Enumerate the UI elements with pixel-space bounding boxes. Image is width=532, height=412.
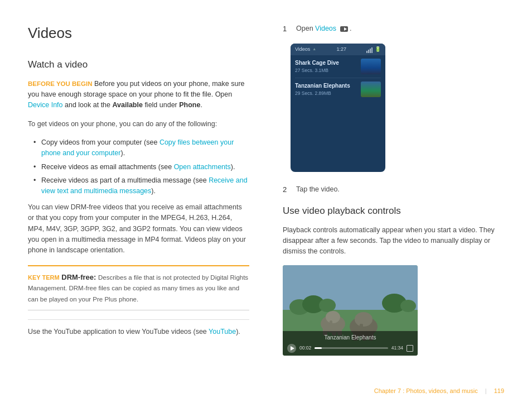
bullet-list: Copy videos from your computer (see Copy… xyxy=(33,137,249,197)
step-2-text: Tap the video. xyxy=(296,183,340,195)
drm-body-text: You can view DRM-free videos that you re… xyxy=(28,202,249,256)
total-time: 41:34 xyxy=(391,344,403,352)
shark-thumb-image xyxy=(361,59,381,74)
available-label: Available xyxy=(112,101,142,109)
fullscreen-button[interactable] xyxy=(407,345,413,352)
phone-topbar-left: Videos ▲ xyxy=(295,46,316,54)
list-item: Copy videos from your computer (see Copy… xyxy=(33,137,249,159)
svg-point-17 xyxy=(355,312,373,327)
video-1-meta: 27 Secs. 3.1MB xyxy=(295,67,361,74)
divider xyxy=(28,319,249,320)
bullet-text-2: Receive videos as email attachments (see xyxy=(41,163,174,171)
phone-time: 1:27 xyxy=(336,46,346,54)
progress-bar[interactable] xyxy=(315,347,388,349)
right-column: 1 Open Videos . Videos ▲ 1:27 xyxy=(272,22,504,372)
video-1-title: Shark Cage Dive xyxy=(295,59,361,67)
key-term-label: KEY TERM xyxy=(28,274,60,281)
before-end: field under xyxy=(143,101,179,109)
player-caption: Tanzanian Elephants xyxy=(287,333,413,342)
step-1-prefix: Open xyxy=(296,25,315,32)
step-1-period: . xyxy=(350,25,351,32)
open-attachments-link[interactable]: Open attachments xyxy=(174,163,231,171)
player-overlay: Tanzanian Elephants 00:02 41:34 xyxy=(283,331,418,356)
footer-rest: s, and music xyxy=(443,387,478,394)
youtube-end: ). xyxy=(236,328,240,336)
playback-description: Playback controls automatically appear w… xyxy=(283,225,504,257)
page-title: Videos xyxy=(28,22,249,44)
video-2-title: Tanzanian Elephants xyxy=(295,82,361,90)
before-dot: . xyxy=(200,101,202,109)
left-column: Videos Watch a video BEFORE YOU BEGIN Be… xyxy=(28,22,249,372)
video-2-meta: 29 Secs. 2.89MB xyxy=(295,90,361,97)
video-1-info: Shark Cage Dive 27 Secs. 3.1MB xyxy=(295,59,361,74)
before-you-begin-label: BEFORE YOU BEGIN xyxy=(28,80,92,87)
page-number: 119 xyxy=(494,387,504,394)
before-mid: and look at the xyxy=(63,101,113,109)
phone-videos-label: Videos xyxy=(295,46,310,54)
page-footer: Chapter 7 : Photos, videos, and music | … xyxy=(28,383,504,396)
phone-body: Shark Cage Dive 27 Secs. 3.1MB Tanzanian… xyxy=(291,55,385,107)
before-you-begin-block: BEFORE YOU BEGIN Before you put videos o… xyxy=(28,79,249,111)
svg-point-11 xyxy=(326,311,340,323)
youtube-prefix: Use the YouTube application to view YouT… xyxy=(28,328,209,336)
step-1-text: Open Videos . xyxy=(296,22,352,34)
video-2-thumbnail xyxy=(361,82,381,97)
svg-point-6 xyxy=(400,300,416,312)
youtube-text: Use the YouTube application to view YouT… xyxy=(28,327,249,337)
video-player: Tanzanian Elephants 00:02 41:34 xyxy=(283,265,418,356)
key-term-box: KEY TERM DRM-free: Describes a file that… xyxy=(28,265,249,311)
list-item: Receive videos as part of a multimedia m… xyxy=(33,175,249,197)
wifi-icon: ▲ xyxy=(312,46,316,52)
play-button[interactable] xyxy=(287,344,296,353)
youtube-link[interactable]: YouTube xyxy=(209,328,236,336)
bullet-end-1: ). xyxy=(120,149,125,157)
device-info-link[interactable]: Device Info xyxy=(28,101,63,109)
step-2-row: 2 Tap the video. xyxy=(283,183,504,195)
svg-rect-12 xyxy=(330,320,332,327)
bar2 xyxy=(368,50,369,53)
play-icon xyxy=(291,346,294,351)
video-item-2: Tanzanian Elephants 29 Secs. 2.89MB xyxy=(295,82,381,100)
video-2-info: Tanzanian Elephants 29 Secs. 2.89MB xyxy=(295,82,361,97)
page: Videos Watch a video BEFORE YOU BEGIN Be… xyxy=(0,0,532,412)
step-1-number: 1 xyxy=(283,22,291,35)
bar4 xyxy=(371,47,373,53)
intro-text: To get videos on your phone, you can do … xyxy=(28,119,249,130)
bullet-text-3: Receive videos as part of a multimedia m… xyxy=(41,176,209,184)
phone-screenshot: Videos ▲ 1:27 🔋 xyxy=(291,44,385,172)
bar1 xyxy=(366,51,367,53)
signal-bars: 🔋 xyxy=(366,46,381,54)
list-item: Receive videos as email attachments (see… xyxy=(33,162,249,173)
step-1-row: 1 Open Videos . xyxy=(283,22,504,35)
progress-bar-fill xyxy=(315,347,322,349)
step-2-number: 2 xyxy=(283,183,291,195)
bullet-text-1: Copy videos from your computer (see xyxy=(41,138,159,146)
bullet-end-2: ). xyxy=(231,163,235,171)
use-video-playback-heading: Use video playback controls xyxy=(283,204,504,218)
bullet-end-3: ). xyxy=(151,187,156,195)
svg-rect-18 xyxy=(360,324,363,332)
battery-icon: 🔋 xyxy=(375,46,381,54)
svg-point-4 xyxy=(319,299,336,312)
key-term-bold: DRM-free: xyxy=(61,273,96,281)
footer-chapter: Chapter 7 : Photos, vide xyxy=(374,387,440,394)
video-item-1: Shark Cage Dive 27 Secs. 3.1MB xyxy=(295,59,381,78)
elephant-thumb-image xyxy=(361,82,381,97)
videos-open-link[interactable]: Videos xyxy=(315,25,336,32)
videos-icon-inline xyxy=(340,26,348,32)
watch-a-video-heading: Watch a video xyxy=(28,58,249,72)
phone-topbar: Videos ▲ 1:27 🔋 xyxy=(291,44,385,56)
phone-label: Phone xyxy=(179,101,200,109)
current-time: 00:02 xyxy=(299,344,311,352)
bar3 xyxy=(370,49,371,53)
video-1-thumbnail xyxy=(361,59,381,74)
footer-spacer: | xyxy=(485,387,487,394)
player-controls-row: 00:02 41:34 xyxy=(287,344,413,353)
